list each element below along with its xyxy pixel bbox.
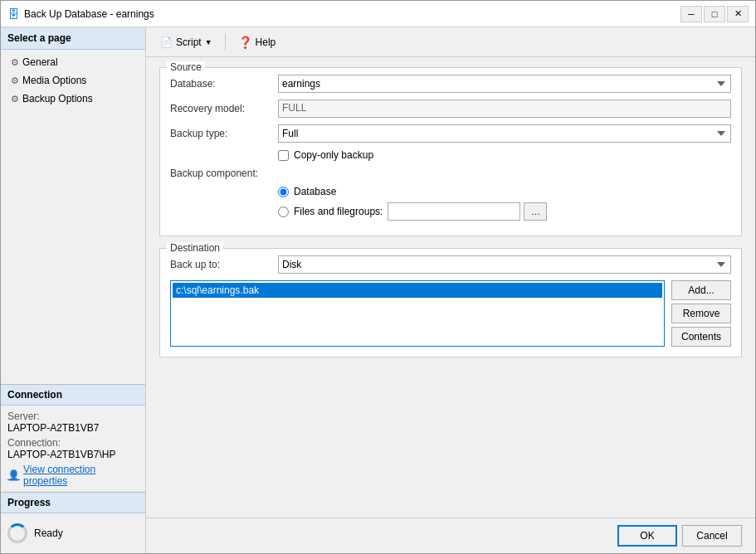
connection-value: LAPTOP-A2TB1VB7\HP — [7, 449, 139, 460]
remove-button[interactable]: Remove — [671, 304, 731, 323]
backup-type-select[interactable]: Full Differential Transaction Log — [278, 124, 731, 143]
database-control: earnings — [278, 75, 731, 93]
toolbar: 📄 Script ▼ ❓ Help — [146, 27, 755, 57]
destination-section: Destination Back up to: Disk URL — [159, 248, 742, 357]
sidebar-item-backup-options[interactable]: ⚙ Backup Options — [1, 90, 145, 108]
script-icon: 📄 — [160, 36, 173, 48]
general-icon: ⚙ — [11, 57, 19, 68]
connection-link-icon: 👤 — [7, 469, 20, 481]
select-page-header: Select a page — [1, 27, 145, 50]
copy-only-label: Copy-only backup — [294, 149, 373, 161]
right-panel: 📄 Script ▼ ❓ Help Source — [146, 27, 755, 553]
close-button[interactable]: ✕ — [727, 6, 749, 22]
backup-type-control: Full Differential Transaction Log — [278, 124, 731, 143]
bottom-bar: OK Cancel — [146, 518, 755, 553]
script-dropdown-arrow: ▼ — [205, 38, 212, 46]
radio-group: Database Files and filegroups: … — [170, 186, 731, 221]
maximize-button[interactable]: □ — [704, 6, 725, 22]
sidebar-item-general[interactable]: ⚙ General — [1, 53, 145, 71]
source-section: Source Database: earnings Recovery model… — [159, 67, 742, 236]
script-label: Script — [176, 36, 202, 48]
view-connection-properties-link[interactable]: 👤 View connection properties — [7, 464, 139, 487]
window-icon: 🗄 — [7, 7, 19, 21]
title-bar-controls: ─ □ ✕ — [680, 6, 749, 22]
backup-options-icon: ⚙ — [11, 94, 19, 104]
files-radio-label: Files and filegroups: — [294, 206, 383, 217]
contents-button[interactable]: Contents — [671, 327, 731, 347]
add-button[interactable]: Add... — [671, 280, 731, 300]
toolbar-separator — [225, 34, 226, 51]
dest-row: c:\sql\earnings.bak Add... Remove Conten… — [170, 280, 731, 347]
sidebar-item-media-options[interactable]: ⚙ Media Options — [1, 71, 145, 90]
progress-spinner — [7, 523, 27, 543]
files-radio[interactable] — [278, 207, 289, 217]
backup-component-row: Backup component: — [170, 168, 731, 179]
media-options-icon: ⚙ — [11, 75, 19, 86]
database-radio[interactable] — [278, 187, 289, 197]
ok-button[interactable]: OK — [617, 525, 677, 547]
help-label: Help — [256, 36, 276, 48]
back-up-to-select[interactable]: Disk URL — [278, 255, 731, 274]
database-radio-row: Database — [278, 186, 731, 197]
connection-section: Connection Server: LAPTOP-A2TB1VB7 Conne… — [1, 384, 145, 492]
dest-list[interactable]: c:\sql\earnings.bak — [170, 280, 665, 347]
recovery-model-label: Recovery model: — [170, 103, 278, 114]
connection-header: Connection — [1, 385, 145, 406]
backup-component-label: Backup component: — [170, 168, 278, 179]
copy-only-row: Copy-only backup — [170, 149, 731, 161]
files-radio-row: Files and filegroups: … — [278, 202, 731, 221]
backup-type-label: Backup type: — [170, 128, 278, 139]
dest-list-container: c:\sql\earnings.bak — [170, 280, 665, 347]
connection-link-label: View connection properties — [23, 464, 139, 487]
dest-buttons: Add... Remove Contents — [665, 280, 731, 347]
copy-only-checkbox[interactable] — [278, 150, 289, 161]
left-panel: Select a page ⚙ General ⚙ Media Options … — [1, 27, 146, 553]
sidebar-item-media-options-label: Media Options — [22, 75, 86, 86]
database-label: Database: — [170, 78, 278, 90]
database-row: Database: earnings — [170, 75, 731, 93]
backup-type-row: Backup type: Full Differential Transacti… — [170, 124, 731, 143]
browse-button[interactable]: … — [524, 202, 547, 221]
sidebar-item-backup-options-label: Backup Options — [22, 93, 93, 104]
title-bar-left: 🗄 Back Up Database - earnings — [7, 7, 154, 21]
content-area: Select a page ⚙ General ⚙ Media Options … — [1, 27, 755, 553]
help-button[interactable]: ❓ Help — [231, 32, 284, 52]
files-input[interactable] — [388, 202, 520, 221]
progress-section: Progress Ready — [1, 492, 145, 553]
back-up-to-label: Back up to: — [170, 259, 278, 270]
destination-title: Destination — [167, 242, 223, 254]
sidebar-item-general-label: General — [22, 56, 58, 68]
recovery-model-control: FULL — [278, 100, 731, 118]
window-title: Back Up Database - earnings — [24, 8, 154, 20]
main-form: Source Database: earnings Recovery model… — [146, 57, 755, 518]
progress-header: Progress — [1, 493, 145, 513]
title-bar: 🗄 Back Up Database - earnings ─ □ ✕ — [1, 1, 755, 27]
server-label: Server: — [7, 411, 139, 422]
nav-items: ⚙ General ⚙ Media Options ⚙ Backup Optio… — [1, 50, 145, 111]
minimize-button[interactable]: ─ — [680, 6, 702, 22]
server-value: LAPTOP-A2TB1VB7 — [7, 422, 139, 434]
recovery-model-value: FULL — [278, 100, 731, 118]
files-row: … — [388, 202, 547, 221]
recovery-model-row: Recovery model: FULL — [170, 100, 731, 118]
main-window: 🗄 Back Up Database - earnings ─ □ ✕ Sele… — [0, 0, 756, 554]
progress-status: Ready — [34, 527, 63, 539]
database-radio-label: Database — [294, 186, 336, 197]
dest-list-item[interactable]: c:\sql\earnings.bak — [173, 283, 662, 298]
progress-content: Ready — [7, 518, 139, 548]
help-icon: ❓ — [238, 36, 252, 49]
back-up-to-row: Back up to: Disk URL — [170, 255, 731, 274]
script-button[interactable]: 📄 Script ▼ — [153, 33, 220, 51]
back-up-to-control: Disk URL — [278, 255, 731, 274]
database-select[interactable]: earnings — [278, 75, 731, 93]
connection-label: Connection: — [7, 437, 139, 449]
cancel-button[interactable]: Cancel — [682, 525, 742, 547]
source-title: Source — [167, 61, 205, 73]
